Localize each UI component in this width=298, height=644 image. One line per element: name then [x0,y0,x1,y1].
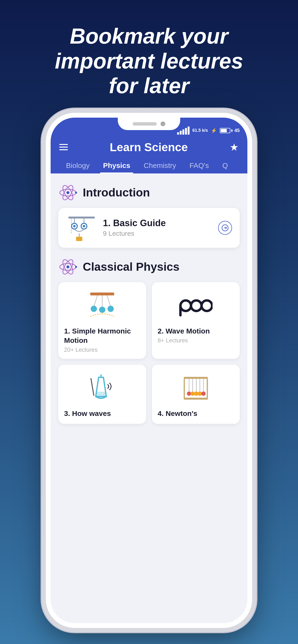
svg-point-27 [91,306,97,312]
classical-physics-section-header: Classical Physics [58,257,240,276]
hamburger-menu[interactable] [59,144,68,150]
newtons-card[interactable]: 4. Newton's [152,365,240,424]
basic-guide-title: 1. Basic Guide [103,218,212,228]
topics-grid: 1. Simple Harmonic Motion 20+ Lectures [58,282,240,424]
svg-point-4 [66,191,69,194]
notch-pill [133,122,157,126]
svg-rect-6 [68,216,95,218]
phone-notch [118,118,180,130]
how-waves-card[interactable]: 3. How waves [58,365,146,424]
svg-point-9 [73,225,76,227]
phone-shell: 61.5 k/s ⚡ 45 Learn Science ★ [46,113,252,628]
svg-line-35 [91,378,94,395]
phone-mockup: 61.5 k/s ⚡ 45 Learn Science ★ [46,113,252,628]
tab-other[interactable]: Q [216,158,235,174]
tab-faqs[interactable]: FAQ's [183,158,216,174]
tab-chemistry[interactable]: Chemistry [137,158,183,174]
lightning-icon: ⚡ [211,128,217,134]
svg-point-21 [66,266,69,268]
basic-guide-lectures: 9 Lectures [103,230,212,238]
svg-point-29 [107,306,114,312]
svg-rect-14 [76,237,82,241]
svg-point-49 [201,392,206,396]
how-waves-illustration [64,371,140,405]
svg-rect-39 [184,398,208,400]
wave-motion-card[interactable]: 2. Wave Motion 8+ Lectures [152,282,240,359]
signal-icon [177,126,190,135]
svg-point-31 [191,300,202,311]
basic-guide-info: 1. Basic Guide 9 Lectures [103,218,212,238]
introduction-title: Introduction [83,186,150,199]
classical-atom-icon [58,257,77,276]
basic-guide-card[interactable]: 1. Basic Guide 9 Lectures [58,208,240,248]
tab-bar: Biology Physics Chemistry FAQ's Q [59,158,239,174]
headline-text: Bookmark your important lectures for lat… [0,0,298,113]
header-top: Learn Science ★ [59,141,239,158]
classical-physics-title: Classical Physics [83,260,180,273]
how-waves-title: 3. How waves [64,409,140,418]
wave-illustration [158,289,234,322]
app-title: Learn Science [110,141,188,154]
wave-motion-lectures: 8+ Lectures [158,337,234,344]
svg-point-5 [75,192,77,194]
svg-line-26 [107,296,111,306]
svg-point-12 [83,225,85,227]
app-header: Learn Science ★ Biology Physics Chemistr… [51,137,247,174]
svg-point-28 [99,307,105,313]
speed-text: 61.5 k/s [192,128,208,133]
shm-illustration [64,289,140,322]
svg-point-32 [202,300,212,311]
newtons-title: 4. Newton's [158,409,234,418]
svg-point-22 [75,266,77,268]
pulley-icon [66,215,97,241]
tab-physics[interactable]: Physics [96,158,137,174]
tab-biology[interactable]: Biology [59,158,96,174]
phone-screen: 61.5 k/s ⚡ 45 Learn Science ★ [51,118,247,623]
atom-icon [58,183,77,202]
svg-rect-36 [184,377,208,379]
newtons-illustration [158,371,234,405]
svg-line-24 [94,296,97,306]
shm-title: 1. Simple Harmonic Motion [64,326,140,345]
shm-card[interactable]: 1. Simple Harmonic Motion 20+ Lectures [58,282,146,359]
introduction-section-header: Introduction [58,183,240,202]
notch-camera [161,122,165,126]
app-content: Introduction [51,174,247,431]
battery-icon: 45 [220,128,240,133]
svg-point-30 [181,300,191,311]
bookmark-button[interactable]: ★ [230,141,239,153]
wave-motion-title: 2. Wave Motion [158,326,234,336]
shm-lectures: 20+ Lectures [64,346,140,353]
svg-rect-23 [90,292,114,296]
basic-guide-arrow[interactable] [218,221,232,235]
